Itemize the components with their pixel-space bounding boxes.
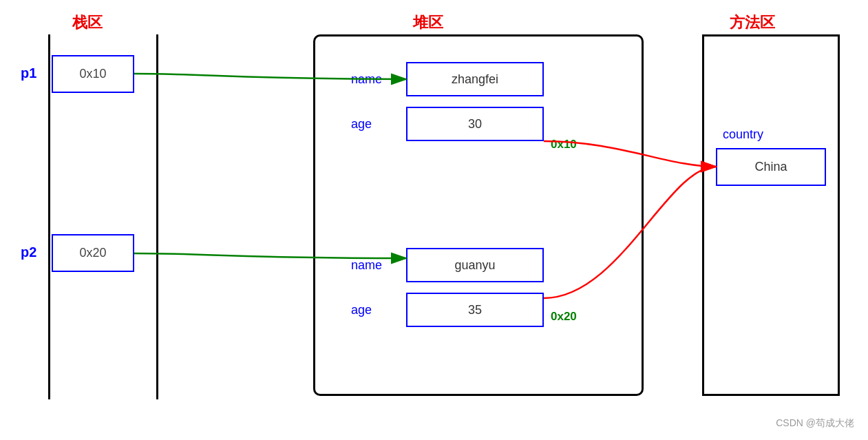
country-label: country — [723, 127, 763, 142]
country-box: China — [716, 148, 826, 186]
p1-cell: 0x10 — [52, 55, 134, 93]
age-label-2: age — [351, 303, 372, 317]
method-border — [702, 34, 840, 396]
age-box-1: 30 — [406, 107, 544, 141]
stack-label: 栈区 — [72, 12, 103, 33]
name-box-2: guanyu — [406, 248, 544, 282]
method-label: 方法区 — [730, 12, 775, 33]
name-box-1: zhangfei — [406, 62, 544, 96]
p2-label: p2 — [21, 244, 36, 260]
age-label-1: age — [351, 117, 372, 132]
heap-label: 堆区 — [413, 12, 443, 33]
addr-0x10: 0x10 — [551, 138, 577, 151]
addr-0x20: 0x20 — [551, 310, 577, 324]
diagram: 栈区 堆区 方法区 p1 0x10 p2 0x20 name age zhang… — [0, 0, 868, 440]
age-box-2: 35 — [406, 293, 544, 327]
name-label-1: name — [351, 72, 382, 87]
watermark: CSDN @苟成大佬 — [776, 417, 854, 430]
p1-label: p1 — [21, 65, 36, 81]
name-label-2: name — [351, 258, 382, 273]
p2-cell: 0x20 — [52, 234, 134, 272]
